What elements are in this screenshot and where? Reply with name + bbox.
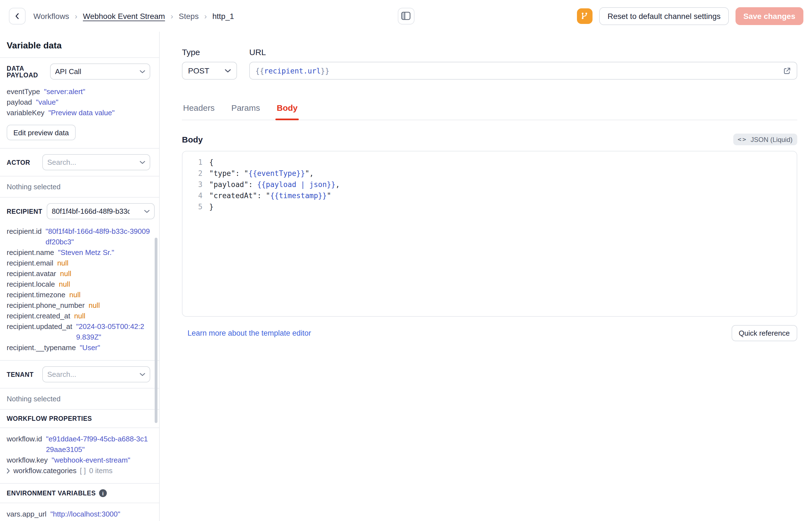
variable-value: "value" <box>36 97 58 108</box>
breadcrumb-separator: › <box>170 12 173 20</box>
sidebar-scrollbar[interactable] <box>155 238 158 423</box>
line-number: 2 <box>183 168 209 179</box>
code-editor[interactable]: 1{2"type": "{{eventType}}",3"payload": {… <box>182 151 797 317</box>
branch-icon <box>580 12 589 20</box>
breadcrumb-workflows[interactable]: Workflows <box>33 12 69 20</box>
chevron-down-icon <box>144 209 150 213</box>
content: Variable data DATA PAYLOAD API Call even… <box>0 32 812 521</box>
language-badge: <> JSON (Liquid) <box>733 134 797 145</box>
variable-row: recipient.name"Steven Metz Sr." <box>7 247 150 258</box>
variable-key: workflow.key <box>7 455 48 465</box>
variable-row: recipient.localenull <box>7 279 150 290</box>
panel-left-icon <box>401 12 411 20</box>
recipient-fields: recipient.id"80f1f4bf-166d-48f9-b33c-390… <box>7 225 150 353</box>
variable-row: recipient.__typename"User" <box>7 342 150 353</box>
variable-row: workflow.id"e91ddae4-7f99-45cb-a688-3c12… <box>7 434 150 455</box>
variable-value: "server:alert" <box>44 86 86 97</box>
tenant-search-select[interactable]: Search... <box>42 366 150 382</box>
variable-row: recipient.timezonenull <box>7 290 150 300</box>
workflow-step-editor: Workflows › Webhook Event Stream › Steps… <box>0 0 812 521</box>
variable-data-panel: Variable data DATA PAYLOAD API Call even… <box>0 32 160 521</box>
variable-value: null <box>57 258 69 268</box>
variable-value: "webhook-event-stream" <box>51 455 130 465</box>
sidebar-toggle-button[interactable] <box>398 7 414 24</box>
template-editor-docs-link[interactable]: Learn more about the template editor <box>188 329 311 337</box>
tab-body[interactable]: Body <box>276 103 299 120</box>
actor-section: ACTOR Search... <box>0 149 159 176</box>
variable-key: vars.branding.logo_url <box>7 519 78 521</box>
line-number: 1 <box>183 157 209 168</box>
variable-row: recipient.avatarnull <box>7 268 150 279</box>
variable-value: "https://account-assets.knock.app/42d161… <box>82 519 150 521</box>
data-payload-label: DATA PAYLOAD <box>7 65 46 78</box>
variable-key: variableKey <box>7 108 45 118</box>
variable-key: recipient.updated_at <box>7 321 72 332</box>
quick-reference-button[interactable]: Quick reference <box>731 325 797 341</box>
method-select[interactable]: POST <box>182 62 237 80</box>
tab-headers[interactable]: Headers <box>182 103 216 120</box>
variable-value: null <box>89 300 100 311</box>
variable-row: recipient.emailnull <box>7 258 150 268</box>
tenant-empty-state: Nothing selected <box>7 388 150 409</box>
variable-key: recipient.created_at <box>7 311 70 321</box>
variable-row: recipient.created_atnull <box>7 311 150 321</box>
workflow-properties-section: WORKFLOW PROPERTIES <box>0 410 159 428</box>
data-payload-select[interactable]: API Call <box>50 64 150 80</box>
edit-preview-data-button[interactable]: Edit preview data <box>7 125 75 140</box>
variable-value: null <box>74 311 86 321</box>
tab-params[interactable]: Params <box>230 103 261 120</box>
variable-value: null <box>69 290 81 300</box>
variable-key: recipient.timezone <box>7 290 65 300</box>
chevron-right-icon <box>7 468 10 473</box>
sidebar-title: Variable data <box>0 32 159 57</box>
variable-value: "80f1f4bf-166d-48f9-b33c-39009df20bc3" <box>46 226 150 247</box>
topbar: Workflows › Webhook Event Stream › Steps… <box>0 0 812 32</box>
variable-key: recipient.email <box>7 258 53 268</box>
breadcrumb-step-name: http_1 <box>213 12 234 20</box>
environment-variables-label: ENVIRONMENT VARIABLES i <box>7 489 107 497</box>
variable-key: recipient.__typename <box>7 342 76 353</box>
tenant-label: TENANT <box>7 371 34 378</box>
breadcrumb: Workflows › Webhook Event Stream › Steps… <box>33 12 234 20</box>
url-input[interactable]: {{recipient.url}} <box>249 62 797 80</box>
body-section-title: Body <box>182 135 203 144</box>
open-external-icon[interactable] <box>783 67 791 75</box>
type-label: Type <box>182 47 237 57</box>
request-tabs: Headers Params Body <box>182 103 797 120</box>
variable-value: "User" <box>80 342 100 353</box>
back-button[interactable] <box>9 7 26 24</box>
uncommitted-changes-icon[interactable] <box>577 8 593 24</box>
variable-row: workflow.key"webhook-event-stream" <box>7 455 150 465</box>
breadcrumb-steps[interactable]: Steps <box>179 12 199 20</box>
variable-value: "e91ddae4-7f99-45cb-a688-3c129aae3105" <box>46 434 150 455</box>
save-changes-button[interactable]: Save changes <box>736 7 803 25</box>
recipient-section: RECIPIENT 80f1f4bf-166d-48f9-b33c-39009d… <box>0 198 159 360</box>
variable-key: eventType <box>7 86 40 97</box>
recipient-label: RECIPIENT <box>7 208 42 214</box>
variable-value: "2024-03-05T00:42:29.839Z" <box>76 321 150 342</box>
variable-key: workflow.categories <box>13 465 76 476</box>
recipient-select[interactable]: 80f1f4bf-166d-48f9-b33c-39009df20bc3 <box>47 203 155 219</box>
variable-value: null <box>59 279 70 290</box>
chevron-down-icon <box>140 161 145 164</box>
variable-key: workflow.id <box>7 434 42 444</box>
data-payload-fields: eventType"server:alert"payload"value"var… <box>7 85 150 118</box>
reset-channel-settings-button[interactable]: Reset to default channel settings <box>599 7 729 25</box>
topbar-actions: Reset to default channel settings Save c… <box>577 7 803 25</box>
variable-key: recipient.locale <box>7 279 55 290</box>
variable-key: recipient.id <box>7 226 42 236</box>
variable-row: recipient.updated_at"2024-03-05T00:42:29… <box>7 321 150 342</box>
variable-value: "Steven Metz Sr." <box>58 247 114 258</box>
actor-search-select[interactable]: Search... <box>42 154 150 170</box>
actor-empty-state: Nothing selected <box>7 177 150 197</box>
info-icon[interactable]: i <box>99 489 107 497</box>
variable-row: payload"value" <box>7 97 150 108</box>
chevron-down-icon <box>225 69 231 73</box>
variable-row: recipient.id"80f1f4bf-166d-48f9-b33c-390… <box>7 226 150 247</box>
variable-row: recipient.phone_numbernull <box>7 300 150 311</box>
data-payload-section: DATA PAYLOAD API Call eventType"server:a… <box>0 58 159 148</box>
breadcrumb-workflow-name[interactable]: Webhook Event Stream <box>83 12 165 20</box>
environment-variables-section: ENVIRONMENT VARIABLES i <box>0 484 159 503</box>
variable-key: recipient.name <box>7 247 54 258</box>
workflow-categories-row[interactable]: workflow.categories [ ] 0 items <box>7 465 150 476</box>
